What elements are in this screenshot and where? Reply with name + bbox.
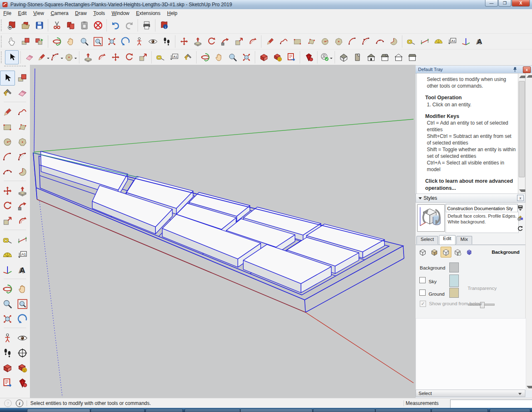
menu-edit[interactable]: Edit [15, 10, 30, 17]
copy-button[interactable] [64, 18, 77, 32]
front-view-button[interactable] [364, 50, 378, 64]
menu-extensions[interactable]: Extensions [133, 10, 164, 17]
make-component-button[interactable] [15, 71, 30, 86]
advanced-operations-link[interactable]: Click to learn about more advanced opera… [425, 178, 517, 192]
sky-color-swatch[interactable] [449, 275, 459, 287]
styles-close-button[interactable]: x [517, 195, 524, 201]
sky-checkbox[interactable] [419, 277, 426, 283]
hand-pointer-button[interactable] [5, 34, 19, 49]
text-button[interactable]: A1 [15, 248, 30, 262]
rectangle-button[interactable] [0, 120, 15, 135]
3d-text-button[interactable]: AA [473, 34, 486, 49]
move-button[interactable] [177, 34, 191, 49]
zoom-extents-button[interactable] [105, 34, 118, 49]
zoom-window-button[interactable] [15, 297, 30, 311]
scale-button[interactable] [232, 34, 246, 49]
viewport-3d[interactable] [30, 65, 416, 398]
offset-button[interactable] [15, 213, 30, 228]
position-camera-button[interactable] [132, 34, 146, 49]
cut-button[interactable] [50, 18, 64, 32]
taskbar-app-button[interactable] [145, 409, 183, 412]
text-button[interactable]: A1 [167, 50, 181, 64]
ground-color-swatch[interactable] [449, 288, 459, 298]
3d-warehouse-button[interactable] [0, 360, 15, 375]
polygon-button[interactable] [15, 135, 30, 150]
walk-button[interactable] [160, 34, 173, 49]
freehand-button[interactable] [15, 105, 30, 120]
push-pull-button[interactable] [191, 34, 204, 49]
close-button[interactable]: X [512, 0, 530, 7]
freehand-button[interactable] [277, 34, 291, 49]
taskbar-app-button[interactable] [91, 409, 145, 412]
rotate-button[interactable] [122, 50, 136, 64]
text-button[interactable]: A1 [445, 34, 459, 49]
look-around-button[interactable] [146, 34, 160, 49]
paint-bucket-button[interactable] [181, 50, 195, 64]
line-button[interactable] [36, 50, 50, 64]
push-pull-button[interactable] [15, 184, 30, 199]
toolbar-drag-handle[interactable] [1, 52, 4, 63]
layout-button[interactable] [0, 375, 15, 390]
taskbar-app-button[interactable] [313, 409, 375, 412]
measurements-input[interactable] [450, 400, 532, 409]
create-style-button[interactable] [517, 214, 524, 222]
tray-scroll-down-icon[interactable] [527, 386, 532, 388]
protractor-button[interactable] [431, 34, 445, 49]
sign-in-button[interactable] [319, 50, 333, 64]
zoom-extents-button[interactable] [0, 311, 15, 326]
style-name-input[interactable] [446, 204, 518, 213]
tab-edit[interactable]: Edit [439, 235, 456, 245]
tab-select[interactable]: Select [416, 236, 438, 244]
delete-button[interactable] [91, 18, 105, 32]
orbit-button[interactable] [0, 282, 15, 297]
extension-manager-button[interactable] [15, 375, 30, 390]
modeling-settings-button[interactable] [464, 247, 475, 258]
background-settings-button[interactable] [441, 247, 451, 258]
make-group-button[interactable] [32, 34, 46, 49]
rotate-button[interactable] [0, 199, 15, 213]
circle-button[interactable] [318, 34, 332, 49]
pan-button[interactable] [15, 282, 30, 297]
menu-file[interactable]: File [0, 10, 15, 17]
save-button[interactable] [32, 18, 46, 32]
rectangle-button[interactable] [291, 34, 304, 49]
info-icon[interactable]: i [16, 400, 23, 407]
position-camera-button[interactable] [0, 331, 15, 346]
menu-view[interactable]: View [30, 10, 47, 17]
windows-taskbar[interactable] [0, 408, 532, 412]
offset-button[interactable] [246, 34, 259, 49]
dimension-button[interactable] [418, 34, 431, 49]
3d-text-button[interactable]: AA [15, 262, 30, 277]
geolocation-icon[interactable]: ? [4, 400, 12, 407]
compass-button[interactable] [15, 346, 30, 360]
scale-button[interactable] [136, 50, 150, 64]
arc-button[interactable] [0, 150, 15, 164]
zoom-button[interactable] [0, 297, 15, 311]
previous-view-button[interactable] [15, 311, 30, 326]
3d-warehouse-button[interactable] [257, 50, 271, 64]
taskbar-app-button[interactable] [240, 409, 313, 412]
pie-button[interactable] [387, 34, 400, 49]
dimension-button[interactable] [15, 233, 30, 248]
orbit-button[interactable] [50, 34, 64, 49]
taskbar-app-button[interactable] [185, 409, 240, 412]
paint-bucket-button[interactable] [0, 86, 15, 101]
top-view-button[interactable] [350, 50, 364, 64]
menu-tools[interactable]: Tools [90, 10, 108, 17]
pin-icon[interactable] [512, 66, 518, 72]
tab-mix[interactable]: Mix [456, 236, 472, 244]
chevron-down-icon[interactable] [61, 58, 63, 60]
shapes-button[interactable] [64, 50, 77, 64]
polygon-button[interactable] [332, 34, 345, 49]
rotate-button[interactable] [204, 34, 218, 49]
taskbar-app-button[interactable] [27, 409, 90, 412]
chevron-down-icon[interactable] [47, 58, 49, 60]
scale-button[interactable] [0, 213, 15, 228]
model-info-button[interactable]: i [157, 18, 171, 32]
open-button[interactable] [19, 18, 32, 32]
two-point-arc-button[interactable] [359, 34, 373, 49]
move-button[interactable] [0, 184, 15, 199]
two-point-arc-button[interactable] [15, 150, 30, 164]
tray-scroll-up-icon[interactable] [527, 75, 532, 78]
walk-button[interactable] [0, 346, 15, 360]
